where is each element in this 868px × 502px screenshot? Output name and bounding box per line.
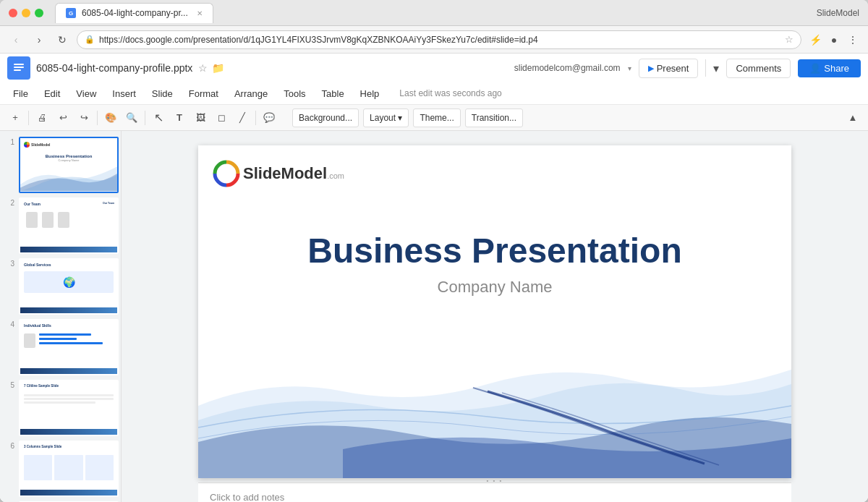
slide-thumb-6[interactable]: 3 Columns Sample Slide — [19, 441, 119, 497]
slide-item-1[interactable]: 1 SlideModel Business Presentation Compa… — [4, 137, 116, 193]
menu-format[interactable]: Format — [182, 85, 226, 102]
slidemodel-logo-icon — [213, 160, 240, 187]
browser-window: G 6085-04-light-company-pr... ✕ SlideMod… — [0, 0, 868, 502]
slide-thumb-5[interactable]: 7 Ciltline Sample Slide — [19, 380, 119, 436]
refresh-button[interactable]: ↻ — [54, 31, 71, 48]
url-text: https://docs.google.com/presentation/d/1… — [99, 35, 780, 45]
slide-thumb-4[interactable]: Individual Skills — [19, 319, 119, 375]
slidemodel-text-logo: SlideModel.com — [243, 164, 344, 183]
minimize-button[interactable] — [22, 9, 30, 17]
main-area: 1 SlideModel Business Presentation Compa… — [0, 131, 868, 502]
menu-icon[interactable]: ⋮ — [845, 32, 861, 48]
slide-canvas[interactable]: SlideModel.com Business Presentation Com… — [198, 145, 791, 478]
paint-format-button[interactable]: 🎨 — [101, 109, 120, 127]
slide-number-3: 3 — [4, 258, 14, 268]
comment-button[interactable]: 💬 — [260, 109, 278, 127]
slide-canvas-inner: SlideModel.com Business Presentation Com… — [198, 145, 791, 478]
title-icons: ☆ 📁 — [198, 62, 224, 74]
slide-thumb-3[interactable]: Global Services 🌍 — [19, 258, 119, 315]
separator-4 — [255, 111, 256, 125]
undo-button[interactable]: ↩ — [54, 109, 72, 127]
extensions-icon[interactable]: ⚡ — [807, 32, 823, 48]
slide-number-4: 4 — [4, 319, 14, 328]
wave-decoration — [198, 333, 791, 478]
svg-rect-3 — [14, 64, 24, 65]
header-right: slidemodelcom@gmail.com ▾ ▶ Present ▾ Co… — [514, 59, 861, 78]
forward-button[interactable]: › — [30, 31, 48, 48]
browser-titlebar: G 6085-04-light-company-pr... ✕ SlideMod… — [0, 0, 868, 26]
app-logo — [7, 56, 30, 80]
menu-tools[interactable]: Tools — [276, 85, 312, 102]
slide-item-4[interactable]: 4 Individual Skills — [4, 319, 116, 375]
menu-table[interactable]: Table — [315, 85, 352, 102]
image-button[interactable]: 🖼 — [191, 109, 210, 127]
collapse-toolbar-button[interactable]: ▲ — [843, 109, 862, 127]
notes-placeholder: Click to add notes — [210, 492, 284, 502]
user-email: slidemodelcom@gmail.com — [514, 63, 621, 73]
comments-button[interactable]: Comments — [726, 59, 791, 78]
transition-button[interactable]: Transition... — [465, 109, 523, 127]
slide-title-area[interactable]: Business Presentation Company Name — [198, 232, 791, 297]
star-icon[interactable]: ☆ — [198, 62, 208, 74]
profile-icon[interactable]: ● — [826, 32, 842, 48]
app-content: 6085-04-light-company-profile.pptx ☆ 📁 s… — [0, 54, 868, 502]
separator-1 — [28, 111, 29, 125]
menu-help[interactable]: Help — [353, 85, 387, 102]
menu-slide[interactable]: Slide — [145, 85, 180, 102]
separator-2 — [97, 111, 98, 125]
slide-number-6: 6 — [4, 441, 14, 450]
user-dropdown-icon[interactable]: ▾ — [628, 64, 631, 72]
slide-item-6[interactable]: 6 3 Columns Sample Slide — [4, 441, 116, 497]
menu-arrange[interactable]: Arrange — [227, 85, 275, 102]
background-button[interactable]: Background... — [292, 109, 359, 127]
back-button[interactable]: ‹ — [7, 31, 25, 48]
notes-area[interactable]: Click to add notes — [198, 482, 791, 502]
present-button[interactable]: ▶ Present — [639, 59, 699, 78]
theme-button[interactable]: Theme... — [413, 109, 460, 127]
cursor-button[interactable]: ↖ — [149, 109, 168, 127]
zoom-button[interactable]: 🔍 — [122, 109, 141, 127]
browser-toolbar: ‹ › ↻ 🔒 https://docs.google.com/presenta… — [0, 26, 868, 54]
app-header: 6085-04-light-company-profile.pptx ☆ 📁 s… — [0, 54, 868, 131]
shapes-button[interactable]: ◻ — [212, 109, 231, 127]
tab-close-icon[interactable]: ✕ — [197, 9, 203, 17]
slide-item-2[interactable]: 2 Our Team Our Team — [4, 197, 116, 254]
traffic-lights — [9, 9, 43, 17]
address-bar[interactable]: 🔒 https://docs.google.com/presentation/d… — [77, 30, 801, 49]
bookmark-icon[interactable]: ☆ — [785, 34, 793, 45]
menu-view[interactable]: View — [69, 85, 103, 102]
browser-tab[interactable]: G 6085-04-light-company-pr... ✕ — [55, 3, 213, 23]
close-button[interactable] — [9, 9, 17, 17]
tab-title: 6085-04-light-company-pr... — [82, 8, 188, 18]
app-filename: 6085-04-light-company-profile.pptx — [36, 62, 192, 74]
slide-item-5[interactable]: 5 7 Ciltline Sample Slide — [4, 380, 116, 436]
app-title-bar: 6085-04-light-company-profile.pptx ☆ 📁 s… — [0, 54, 868, 82]
print-button[interactable]: 🖨 — [33, 109, 51, 127]
folder-icon[interactable]: 📁 — [212, 62, 224, 74]
slide-main-title: Business Presentation — [198, 232, 791, 271]
redo-button[interactable]: ↪ — [75, 109, 93, 127]
menu-file[interactable]: File — [6, 85, 35, 102]
menu-bar: File Edit View Insert Slide Format Arran… — [0, 82, 868, 104]
separator-3 — [145, 111, 145, 125]
last-edit-status: Last edit was seconds ago — [399, 88, 501, 98]
slide-number-1: 1 — [4, 137, 14, 146]
svg-rect-1 — [14, 67, 24, 68]
line-button[interactable]: ╱ — [233, 109, 252, 127]
browser-toolbar-icons: ⚡ ● ⋮ — [807, 32, 861, 48]
slide-thumb-2[interactable]: Our Team Our Team — [19, 197, 119, 254]
text-button[interactable]: T — [170, 109, 189, 127]
layout-button[interactable]: Layout ▾ — [363, 109, 409, 127]
slide-item-3[interactable]: 3 Global Services 🌍 — [4, 258, 116, 315]
lock-icon: 🔒 — [85, 35, 95, 44]
slide-logo-area: SlideModel.com — [213, 160, 344, 187]
maximize-button[interactable] — [35, 9, 43, 17]
menu-insert[interactable]: Insert — [105, 85, 143, 102]
menu-edit[interactable]: Edit — [37, 85, 67, 102]
canvas-area: SlideModel.com Business Presentation Com… — [122, 131, 868, 502]
present-dropdown-icon[interactable]: ▾ — [713, 61, 719, 75]
add-button[interactable]: + — [6, 109, 25, 127]
share-button[interactable]: 👤 Share — [798, 59, 861, 77]
slide-thumb-1[interactable]: SlideModel Business Presentation Company… — [19, 137, 119, 193]
slide-number-2: 2 — [4, 197, 14, 207]
